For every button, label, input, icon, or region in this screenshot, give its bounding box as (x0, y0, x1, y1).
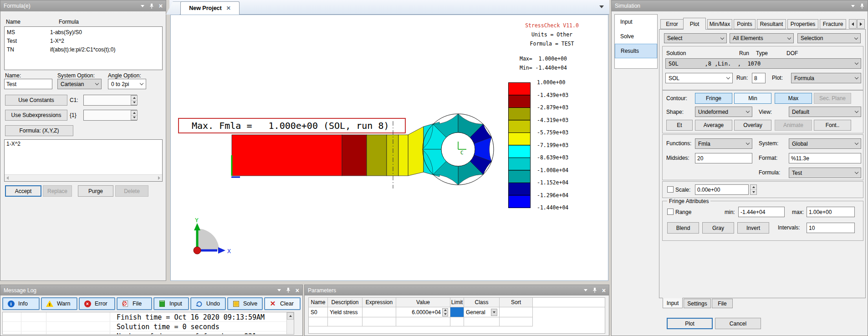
log-filter-warn-button[interactable]: ! Warn (41, 297, 77, 310)
tab-minmax[interactable]: Min/Max (707, 19, 732, 29)
functions-select[interactable]: Fmla (695, 138, 752, 149)
select-mode-select[interactable]: Select (664, 33, 727, 43)
tab-scroll-right-button[interactable] (857, 19, 865, 29)
et-button[interactable]: Et (666, 120, 693, 131)
angle-option-select[interactable]: 0 to 2pi (108, 79, 146, 89)
formula-editor-text[interactable]: 1-X^2 (5, 140, 162, 148)
range-max-input[interactable] (807, 207, 855, 217)
delete-button[interactable]: Delete (115, 185, 148, 197)
formula-editor[interactable]: 1-X^2 (4, 139, 163, 182)
param-class-cell[interactable]: General (464, 307, 500, 317)
tab-error[interactable]: Error (660, 19, 684, 29)
tab-scroll-left-button[interactable] (849, 19, 857, 29)
log-filter-file-button[interactable]: ∅ File (117, 297, 152, 310)
class-dropdown-icon[interactable] (491, 309, 497, 316)
entity-filter-select[interactable]: All Elements (730, 33, 794, 43)
scroll-up-icon[interactable] (287, 312, 294, 320)
log-filter-error-button[interactable]: × Error (79, 297, 115, 310)
formula-row[interactable]: Test 1-X^2 (5, 36, 162, 45)
parameter-row[interactable]: S0 Yield stress 6.0000e+04 General (309, 307, 605, 317)
invert-button[interactable]: Invert (737, 222, 769, 234)
tab-fracture[interactable]: Fracture (820, 19, 846, 29)
parameter-empty-row[interactable] (309, 317, 605, 326)
shape-select[interactable]: Undeformed (695, 107, 752, 117)
col-header[interactable]: Name (309, 298, 328, 307)
log-scrollbar[interactable] (286, 312, 294, 334)
col-header[interactable]: Class (464, 298, 500, 307)
sec-plane-button[interactable]: Sec. Plane (814, 93, 851, 104)
format-input[interactable] (789, 153, 861, 163)
selection-method-select[interactable]: Selection (797, 33, 861, 43)
blend-button[interactable]: Blend (667, 222, 699, 234)
tab-points[interactable]: Points (734, 19, 756, 29)
plot-button[interactable]: Plot (667, 318, 713, 329)
range-min-input[interactable] (738, 207, 785, 217)
purge-button[interactable]: Purge (78, 185, 113, 197)
log-list[interactable]: Finish time = Oct 16 2020 09:13:59AM Sol… (2, 312, 294, 335)
accept-button[interactable]: Accept (5, 185, 41, 197)
log-filter-undo-button[interactable]: Undo (190, 297, 226, 310)
run-input[interactable] (752, 73, 766, 83)
tab-resultant[interactable]: Resultant (757, 19, 786, 29)
midsides-input[interactable] (695, 153, 752, 163)
fringe-button[interactable]: Fringe (695, 93, 732, 104)
system-select[interactable]: Global (789, 138, 861, 149)
model-viewport[interactable]: StressCheck V11.0 Units = Other Formula … (170, 15, 608, 281)
formula-row[interactable]: MS 1-abs(Sy)/S0 (5, 28, 162, 36)
c1-input[interactable] (83, 95, 137, 106)
document-tab[interactable]: New Project ✕ (180, 1, 240, 15)
formula-xyz-button[interactable]: Formula: (X,Y,Z) (5, 125, 73, 136)
pin-icon[interactable] (860, 3, 864, 9)
tab-close-icon[interactable]: ✕ (226, 5, 231, 11)
solution-record-select[interactable]: SOL ,8 ,Lin. , 1070 (665, 58, 861, 69)
scroll-right-icon[interactable] (158, 176, 160, 180)
max-button[interactable]: Max (775, 93, 812, 104)
param-value-spinner[interactable] (442, 308, 448, 316)
formula-select[interactable]: Test (789, 168, 861, 178)
use-constants-button[interactable]: Use Constants (5, 95, 67, 106)
window-list-icon[interactable] (599, 5, 604, 8)
scale-input[interactable] (695, 184, 749, 195)
tab-settings-bottom[interactable]: Settings (684, 299, 711, 308)
pin-icon[interactable] (149, 3, 154, 9)
close-icon[interactable]: × (602, 288, 606, 293)
scale-checkbox[interactable] (667, 186, 674, 193)
sidebar-item-input[interactable]: Input (615, 15, 657, 29)
plot-type-select[interactable]: Formula (791, 73, 861, 83)
formula-name-input[interactable] (4, 79, 52, 89)
solution-id-select[interactable]: SOL (665, 73, 733, 83)
scroll-left-icon[interactable] (6, 176, 9, 180)
intervals-input[interactable] (807, 223, 855, 233)
min-button[interactable]: Min (734, 93, 771, 104)
cancel-button[interactable]: Cancel (715, 318, 761, 329)
subexpression-spinner[interactable] (131, 110, 138, 120)
overlay-button[interactable]: Overlay (734, 120, 771, 131)
formula-list[interactable]: MS 1-abs(Sy)/S0 Test 1-X^2 TN if(abs(t):… (4, 26, 163, 70)
col-header[interactable]: Expression (363, 298, 396, 307)
col-header[interactable]: Limit (450, 298, 464, 307)
replace-button[interactable]: Replace (43, 185, 72, 197)
panel-menu-icon[interactable] (851, 5, 855, 7)
sidebar-item-solve[interactable]: Solve (615, 29, 657, 44)
param-value-cell[interactable]: 6.0000e+04 (396, 307, 450, 317)
param-limit-cell[interactable] (450, 307, 464, 317)
log-clear-button[interactable]: ✕ Clear (264, 297, 301, 310)
range-checkbox[interactable] (667, 209, 674, 215)
pin-icon[interactable] (592, 287, 597, 293)
col-header[interactable]: Value (396, 298, 450, 307)
system-option-select[interactable]: Cartesian (57, 79, 102, 89)
panel-menu-icon[interactable] (584, 289, 587, 291)
animate-button[interactable]: Animate (775, 120, 812, 131)
formula-row[interactable]: TN if(abs(t):le:pi/2:C1*cos(t);0) (5, 45, 162, 54)
col-header[interactable]: Sort (500, 298, 533, 307)
tab-input-bottom[interactable]: Input (663, 298, 683, 308)
panel-menu-icon[interactable] (141, 5, 144, 7)
c1-spinner[interactable] (131, 95, 138, 105)
tab-file-bottom[interactable]: File (712, 299, 733, 308)
horizontal-scrollbar[interactable] (5, 174, 162, 181)
tab-plot[interactable]: Plot (683, 18, 706, 30)
log-filter-input-button[interactable]: Input (153, 297, 189, 310)
log-filter-info-button[interactable]: i Info (2, 297, 40, 310)
scale-spinner[interactable] (750, 184, 757, 195)
close-icon[interactable]: × (296, 288, 299, 293)
